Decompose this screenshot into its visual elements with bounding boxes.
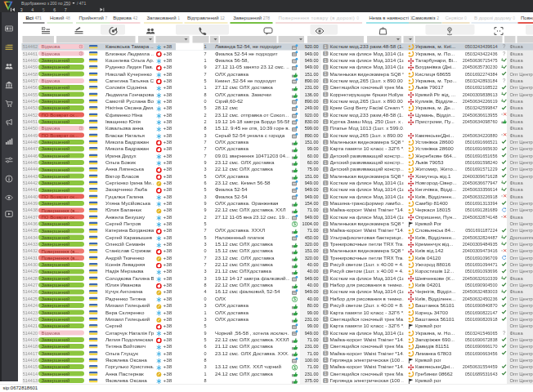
- svg-text:ID: ID: [42, 27, 46, 31]
